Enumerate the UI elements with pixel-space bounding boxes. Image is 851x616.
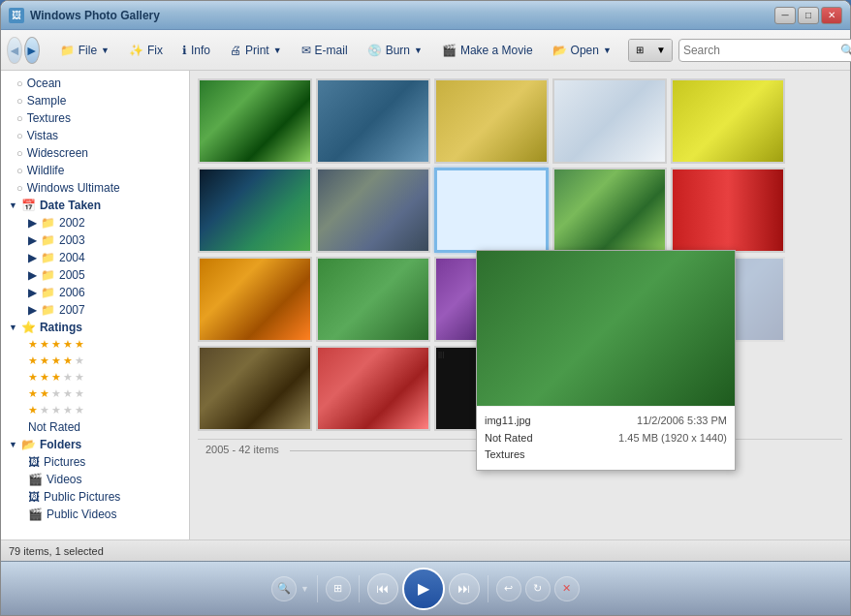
window-title: Windows Photo Gallery	[30, 9, 774, 22]
rewind-button[interactable]: ↩	[496, 576, 521, 601]
movie-label: Make a Movie	[460, 44, 533, 57]
photo-area: 2005 - 42 items img11.jpg Not Rated Text…	[190, 71, 850, 539]
file-dropdown-icon: ▼	[101, 46, 110, 55]
sidebar-year-2005[interactable]: ▶ 📁 2005	[1, 266, 189, 284]
photo-thumb[interactable]	[316, 257, 430, 342]
info-button[interactable]: ℹ Info	[173, 35, 219, 66]
sidebar: ○ Ocean ○ Sample ○ Textures ○ Vistas ○ W…	[1, 71, 190, 539]
folder-videos-icon: 🎬	[28, 473, 43, 486]
back-button[interactable]: ◄	[7, 37, 22, 64]
ratings-section[interactable]: ▼ ⭐ Ratings	[1, 319, 189, 336]
sidebar-item-ocean[interactable]: ○ Ocean	[1, 75, 189, 92]
folder-icon-2003: 📁	[41, 233, 55, 247]
sidebar-year-2003[interactable]: ▶ 📁 2003	[1, 231, 189, 249]
folder-icon-vistas: ○	[16, 130, 23, 141]
minimize-button[interactable]: ─	[774, 7, 796, 24]
email-button[interactable]: ✉ E-mail	[293, 35, 357, 66]
hover-category: Textures	[485, 447, 533, 464]
burn-button[interactable]: 💿 Burn ▼	[359, 35, 431, 66]
sidebar-item-vistas[interactable]: ○ Vistas	[1, 127, 189, 144]
sidebar-folder-public-videos[interactable]: 🎬 Public Videos	[1, 506, 189, 523]
folder-icon-sample: ○	[16, 95, 23, 107]
ratings-arrow: ▼	[9, 323, 17, 332]
folders-section[interactable]: ▼ 📂 Folders	[1, 436, 189, 453]
hover-info: img11.jpg Not Rated Textures 11/2/2006 5…	[477, 406, 735, 470]
stop-button[interactable]: ✕	[554, 576, 580, 601]
sidebar-year-2007[interactable]: ▶ 📁 2007	[1, 301, 189, 319]
sidebar-item-textures[interactable]: ○ Textures	[1, 109, 189, 127]
rating-5-stars[interactable]: ★★★★★	[1, 336, 189, 353]
open-label: Open	[571, 44, 599, 57]
main-content: ○ Ocean ○ Sample ○ Textures ○ Vistas ○ W…	[1, 71, 850, 539]
photo-thumb[interactable]	[671, 78, 785, 164]
sidebar-item-windows-ultimate[interactable]: ○ Windows Ultimate	[1, 179, 189, 197]
sidebar-item-widescreen[interactable]: ○ Widescreen	[1, 144, 189, 162]
rating-3-stars[interactable]: ★★★★★	[1, 369, 189, 385]
rating-1-star[interactable]: ★★★★★	[1, 402, 189, 418]
search-button[interactable]: 🔍	[840, 44, 851, 57]
folder-pictures-icon: 🖼	[28, 455, 40, 469]
sidebar-not-rated[interactable]: Not Rated	[1, 418, 189, 436]
close-button[interactable]: ✕	[821, 7, 842, 24]
folder-public-videos-icon: 🎬	[28, 508, 43, 521]
rating-2-stars[interactable]: ★★★★★	[1, 385, 189, 402]
sidebar-folder-pictures[interactable]: 🖼 Pictures	[1, 453, 189, 471]
play-button[interactable]: ▶	[402, 568, 445, 610]
next-button[interactable]: ⏭	[449, 573, 480, 604]
photo-thumb[interactable]	[552, 168, 667, 253]
view-grid-button[interactable]: ⊞	[629, 40, 650, 61]
photo-thumb-selected[interactable]	[434, 168, 549, 253]
burn-dropdown-icon: ▼	[414, 46, 423, 55]
sidebar-year-2002[interactable]: ▶ 📁 2002	[1, 214, 189, 231]
photo-thumb[interactable]	[671, 168, 785, 253]
folder-icon-year: 📁	[41, 216, 55, 230]
print-button[interactable]: 🖨 Print ▼	[221, 35, 291, 66]
forward-button[interactable]: ►	[24, 37, 40, 64]
file-menu-button[interactable]: 📁 File ▼	[51, 35, 118, 66]
photo-thumb[interactable]	[434, 78, 549, 164]
sidebar-item-sample[interactable]: ○ Sample	[1, 92, 189, 109]
prev-button[interactable]: ⏮	[367, 573, 398, 604]
hover-size: 1.45 MB (1920 x 1440)	[618, 430, 727, 447]
grid-view-button[interactable]: ⊞	[326, 576, 351, 601]
print-label: Print	[245, 44, 269, 57]
sidebar-year-2004[interactable]: ▶ 📁 2004	[1, 249, 189, 266]
photo-thumb[interactable]	[198, 346, 312, 431]
sidebar-folder-videos[interactable]: 🎬 Videos	[1, 471, 189, 488]
date-taken-section[interactable]: ▼ 📅 Date Taken	[1, 197, 189, 214]
expand-icon-2003: ▶	[28, 233, 37, 247]
status-bar: 79 items, 1 selected	[1, 539, 850, 561]
open-icon: 📂	[552, 44, 567, 57]
photo-thumb[interactable]	[198, 78, 312, 164]
photo-thumb[interactable]	[316, 168, 430, 253]
photo-thumb[interactable]	[316, 346, 430, 431]
bottom-sep-2	[359, 575, 360, 602]
maximize-button[interactable]: □	[798, 7, 819, 24]
sidebar-year-2006[interactable]: ▶ 📁 2006	[1, 284, 189, 301]
hover-filename: img11.jpg	[485, 413, 533, 430]
toolbar: ◄ ► 📁 File ▼ ✨ Fix ℹ Info 🖨 Print ▼ ✉ E-…	[1, 30, 850, 71]
open-dropdown-icon: ▼	[603, 46, 612, 55]
zoom-dropdown[interactable]: ▼	[300, 584, 309, 594]
sidebar-item-wildlife[interactable]: ○ Wildlife	[1, 162, 189, 179]
view-dropdown-button[interactable]: ▼	[650, 40, 672, 61]
photo-thumb[interactable]	[198, 257, 312, 342]
app-icon: 🖼	[9, 8, 24, 23]
movie-button[interactable]: 🎬 Make a Movie	[433, 35, 542, 66]
email-label: E-mail	[315, 44, 348, 57]
folder-icon-wildlife: ○	[16, 165, 23, 176]
sidebar-folder-public-pictures[interactable]: 🖼 Public Pictures	[1, 488, 189, 506]
search-input[interactable]	[683, 44, 836, 57]
open-button[interactable]: 📂 Open ▼	[544, 35, 620, 66]
fix-button[interactable]: ✨ Fix	[120, 35, 172, 66]
expand-icon-2005: ▶	[28, 268, 37, 282]
rating-4-stars[interactable]: ★★★★★	[1, 353, 189, 369]
movie-icon: 🎬	[442, 44, 457, 57]
hover-image	[477, 251, 735, 406]
refresh-button[interactable]: ↻	[525, 576, 551, 601]
zoom-button[interactable]: 🔍	[271, 576, 297, 601]
folder-icon-2007: 📁	[41, 303, 55, 317]
photo-thumb[interactable]	[552, 78, 667, 164]
photo-thumb[interactable]	[316, 78, 430, 164]
photo-thumb[interactable]	[198, 168, 312, 253]
